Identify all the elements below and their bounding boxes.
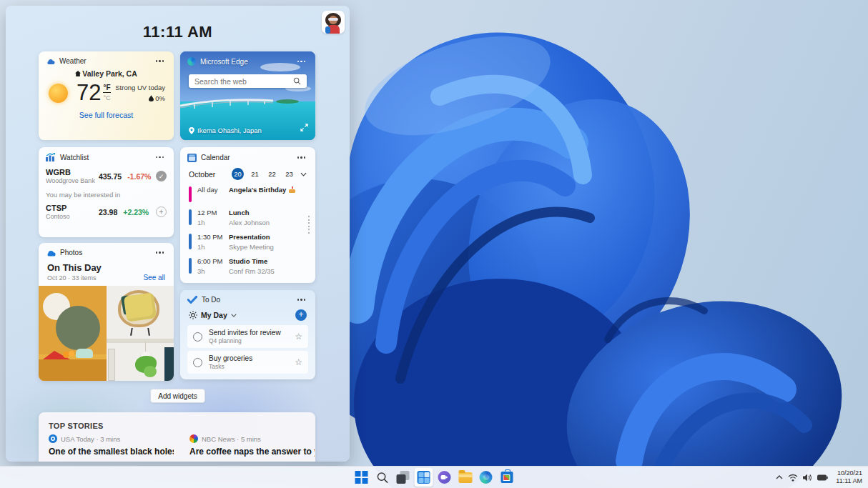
weather-condition: Strong UV today [115, 84, 165, 91]
todo-more-button[interactable] [295, 296, 309, 304]
event-color-bar [189, 209, 192, 225]
date-chip[interactable]: 23 [283, 168, 295, 180]
watchlist-row[interactable]: CTSP Contoso 23.98 +2.23% + [39, 200, 174, 221]
chat-icon [438, 471, 451, 484]
chevron-down-icon[interactable] [300, 172, 307, 176]
volume-button[interactable] [803, 474, 812, 482]
file-explorer-button[interactable] [456, 468, 475, 487]
stock-company: Woodgrove Bank [46, 177, 97, 184]
todo-logo-icon [187, 296, 197, 304]
on-this-day-heading: On This Day [39, 259, 174, 273]
droplet-icon [149, 95, 154, 101]
calendar-scroll-indicator[interactable] [308, 216, 310, 234]
weather-location[interactable]: Valley Park, CA [39, 69, 174, 78]
see-all-link[interactable]: See all [143, 274, 165, 282]
file-explorer-icon [458, 472, 472, 483]
edge-widget: Microsoft Edge Ikema Ohashi, Japan [180, 51, 315, 140]
event-subtitle: Conf Rm 32/35 [229, 267, 275, 275]
task-item[interactable]: Send invites for review Q4 planning ☆ [187, 325, 308, 348]
date-chip-selected[interactable]: 20 [232, 168, 244, 180]
expand-icon[interactable] [300, 121, 308, 134]
news-story[interactable]: USA Today · 3 mins One of the smallest b… [49, 434, 174, 457]
photos-more-button[interactable] [153, 249, 167, 257]
event-title: Angela's Birthday [229, 186, 286, 194]
calendar-event[interactable]: 1:30 PM1h PresentationSkype Meeting [189, 233, 311, 251]
wifi-button[interactable] [788, 474, 798, 482]
todo-widget: To Do My Day + Send invites for review Q… [180, 290, 315, 379]
add-stock-icon[interactable]: + [156, 206, 167, 217]
add-task-button[interactable]: + [295, 309, 307, 321]
event-duration: 3h [197, 267, 229, 275]
event-time: 6:00 PM [197, 257, 229, 265]
tray-date: 10/20/21 [836, 469, 862, 477]
task-list-name: Tasks [209, 363, 252, 370]
start-button[interactable] [352, 468, 371, 487]
task-item[interactable]: Buy groceries Tasks ☆ [187, 351, 308, 374]
watched-check-icon[interactable]: ✓ [156, 171, 167, 181]
taskbar: 10/20/21 11:11 AM [0, 466, 868, 488]
add-widgets-button[interactable]: Add widgets [150, 389, 205, 403]
photo-thumbnail[interactable] [39, 286, 107, 381]
nbc-news-logo-icon [189, 434, 198, 443]
web-search-box[interactable] [189, 74, 307, 88]
photos-widget: Photos On This Day Oct 20 · 33 items See… [39, 243, 174, 381]
star-icon[interactable]: ☆ [295, 357, 302, 367]
calendar-more-button[interactable] [295, 154, 309, 161]
panel-clock: 11:11 AM [6, 23, 350, 41]
photos-cloud-icon [46, 249, 56, 257]
unit-fahrenheit[interactable]: °F [103, 84, 110, 93]
date-chip[interactable]: 21 [249, 168, 261, 180]
stock-company: Contoso [46, 213, 97, 220]
watchlist-row[interactable]: WGRB Woodgrove Bank 435.75 -1.67% ✓ [39, 164, 174, 186]
news-story[interactable]: NBC News · 5 mins Are coffee naps the an… [189, 434, 315, 457]
unit-celsius[interactable]: °C [103, 94, 110, 101]
edge-button[interactable] [477, 468, 495, 487]
task-view-button[interactable] [394, 468, 413, 487]
store-button[interactable] [498, 468, 516, 487]
user-avatar[interactable] [322, 11, 345, 34]
calendar-icon [187, 153, 197, 162]
clock-tray[interactable]: 10/20/21 11:11 AM [833, 469, 862, 485]
calendar-event[interactable]: 12 PM1h LunchAlex Johnson [189, 209, 311, 226]
web-search-input[interactable] [194, 77, 293, 86]
watchlist-more-button[interactable] [153, 154, 167, 161]
taskbar-search-button[interactable] [373, 468, 392, 487]
battery-icon [817, 474, 828, 481]
todo-title: To Do [202, 296, 220, 304]
calendar-event[interactable]: 6:00 PM3h Studio TimeConf Rm 32/35 [189, 257, 311, 275]
desktop: 11:11 AM Weather Valley Park, CA 72 [0, 0, 868, 488]
stock-change: +2.23% [123, 208, 149, 216]
location-pin-icon [189, 127, 194, 134]
task-checkbox[interactable] [193, 332, 202, 342]
story-headline[interactable]: One of the smallest black holes — and [49, 447, 174, 457]
see-full-forecast-link[interactable]: See full forecast [39, 111, 174, 119]
chat-button[interactable] [435, 468, 454, 487]
avatar-graphic [328, 18, 338, 21]
story-headline[interactable]: Are coffee naps the answer to your [189, 447, 315, 457]
calendar-title: Calendar [201, 154, 230, 161]
star-icon[interactable]: ☆ [295, 332, 302, 342]
chevron-up-icon [776, 475, 783, 479]
date-chip[interactable]: 22 [266, 168, 278, 180]
weather-more-button[interactable] [153, 57, 167, 65]
show-hidden-icons-button[interactable] [776, 475, 783, 479]
top-stories-heading: TOP STORIES [39, 412, 315, 434]
stock-price: 23.98 [99, 208, 117, 216]
calendar-event[interactable]: All day Angela's Birthday [189, 186, 311, 202]
battery-button[interactable] [817, 474, 828, 481]
stocks-chart-icon [46, 153, 56, 161]
search-icon[interactable] [293, 77, 301, 85]
weather-temperature: 72 °F °C [77, 82, 111, 104]
stock-change: -1.67% [127, 172, 151, 181]
story-meta: NBC News · 5 mins [202, 435, 261, 443]
my-day-label[interactable]: My Day [201, 311, 227, 319]
calendar-widget: Calendar October 20 21 22 23 All day Ang… [180, 147, 315, 283]
weather-widget: Weather Valley Park, CA 72 °F °C Strong … [39, 51, 174, 140]
photo-thumbnail[interactable] [107, 286, 174, 381]
event-time: 1:30 PM [197, 233, 229, 241]
chevron-down-icon[interactable] [231, 314, 237, 317]
event-color-bar [189, 234, 192, 249]
task-checkbox[interactable] [193, 358, 202, 367]
widgets-button[interactable] [415, 468, 433, 487]
edge-more-button[interactable] [295, 58, 309, 66]
